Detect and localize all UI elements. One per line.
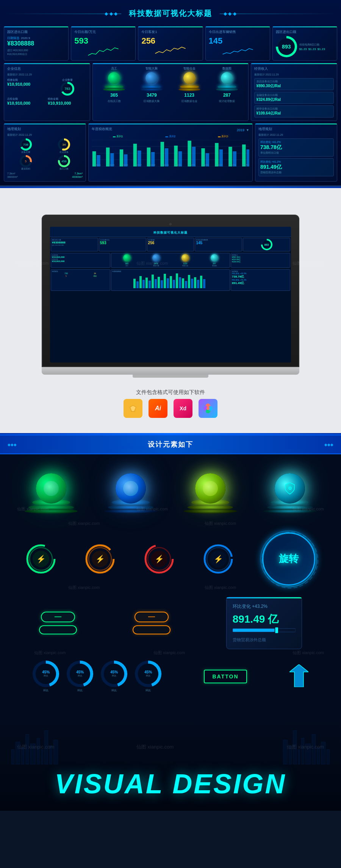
svg-text:2016/7: 2016/7 xyxy=(135,164,141,166)
svg-rect-48 xyxy=(176,273,178,288)
svg-rect-51 xyxy=(194,277,196,288)
today-customs-card: 今日客发1 256 xyxy=(138,26,203,61)
svg-rect-58 xyxy=(167,278,169,288)
visual-design-text: VISUAL DESIGN xyxy=(11,768,330,799)
svg-rect-52 xyxy=(200,276,202,288)
platform-card: 员工 365 在线员工数 智能大脑 xyxy=(92,63,248,121)
svg-point-72 xyxy=(206,407,210,410)
big-platform-green xyxy=(25,473,78,513)
svg-rect-44 xyxy=(152,275,154,288)
svg-rect-45 xyxy=(158,277,160,288)
svg-rect-61 xyxy=(185,281,187,288)
batton-button[interactable]: BATTON xyxy=(204,670,247,683)
sketch-icon xyxy=(124,399,142,418)
svg-text:2016/9: 2016/9 xyxy=(149,164,155,166)
svg-rect-42 xyxy=(139,276,142,288)
software-label: 文件包含格式可使用如下软件 xyxy=(136,389,205,396)
svg-rect-49 xyxy=(182,278,184,288)
ring-blue: ⚡ xyxy=(203,544,233,574)
svg-rect-14 xyxy=(215,143,218,166)
svg-rect-41 xyxy=(133,279,136,288)
svg-rect-16 xyxy=(242,144,246,166)
laptop-stand xyxy=(133,375,208,378)
visual-section: 仙图 xianpic.com 仙图 xianpic.com 仙图 xianpic… xyxy=(0,715,341,811)
svg-rect-64 xyxy=(203,279,205,288)
laptop-screen: 科技数据可视化大标题 园区进出口额 ¥8308888 进口 ¥10,910,00… xyxy=(50,227,291,363)
svg-rect-60 xyxy=(179,277,181,288)
svg-text:⚡: ⚡ xyxy=(155,554,164,563)
laptop-body: 科技数据可视化大标题 园区进出口额 ¥8308888 进口 ¥10,910,00… xyxy=(42,215,299,367)
import-export-card-left: 园区进出口额 日期筛选 2020.9 ¥8308888 进口 ¥10,910,0… xyxy=(4,26,69,61)
enterprise-card: 企业信息 最新统计 2022.11.29 税缴金额 ¥10,910,000 企业… xyxy=(4,63,90,121)
big-platform-blue xyxy=(104,473,157,513)
svg-text:⚙: ⚙ xyxy=(288,486,292,491)
svg-rect-94 xyxy=(275,627,278,633)
laptop-section: 仙图 xianpic.com 仙图 xianpic.com 仙图 xianpic… xyxy=(0,188,341,433)
svg-text:2016/11: 2016/11 xyxy=(161,164,169,166)
rotate-badge: 旋转 xyxy=(262,532,315,585)
svg-rect-92 xyxy=(233,628,275,632)
big-platform-teal: ⚙ xyxy=(263,473,316,513)
svg-text:2016/3: 2016/3 xyxy=(108,164,114,166)
svg-text:2017/11: 2017/11 xyxy=(242,164,249,166)
svg-rect-43 xyxy=(145,278,148,288)
software-row: 文件包含格式可使用如下软件 Ai Xd xyxy=(124,389,217,418)
svg-text:⚡: ⚡ xyxy=(36,554,46,563)
laptop-base xyxy=(42,367,299,375)
svg-text:2017/1: 2017/1 xyxy=(175,164,181,166)
svg-rect-10 xyxy=(161,142,164,166)
svg-rect-57 xyxy=(161,280,163,288)
svg-rect-55 xyxy=(149,281,151,288)
platform-item-2: 智能大脑 3479 区域数据大脑 xyxy=(134,66,170,103)
ring-green: ⚡ xyxy=(26,544,56,574)
svg-rect-63 xyxy=(197,280,199,288)
design-header: 设计元素如下 xyxy=(0,435,341,454)
oval-group-orange: ━━━ xyxy=(133,612,170,634)
svg-marker-95 xyxy=(289,664,308,687)
svg-rect-46 xyxy=(164,274,166,288)
svg-text:2017/9: 2017/9 xyxy=(229,164,236,166)
platform-item-4: 数据图 287 统计处理数据 xyxy=(209,66,245,103)
economic-income-card: 经营收入 最新统计 2022.11.29 农品业务出口出额 ¥890.30亿/R… xyxy=(251,63,337,121)
illustrator-icon: Ai xyxy=(149,399,167,418)
geo-card-right: 地理规划 最新统计 2022.11.29 环比变化 +41.2% 738.78亿… xyxy=(255,123,337,182)
svg-text:2016/1: 2016/1 xyxy=(94,164,101,166)
svg-text:2017/7: 2017/7 xyxy=(216,164,222,166)
svg-point-91 xyxy=(263,534,316,587)
dashboard-section: 仙图 xianpic.com 仙图 xianpic.com 仙图 xianpic… xyxy=(0,0,341,187)
dashboard-title: 科技数据可视化大标题 xyxy=(121,7,220,20)
big-platform-yellow xyxy=(184,473,237,513)
dashboard-title-bar: ◆ ◆ ◆ 科技数据可视化大标题 ◆ ◆ ◆ xyxy=(4,4,337,23)
ring-orange: ⚡ xyxy=(85,544,115,574)
svg-rect-54 xyxy=(142,280,145,288)
svg-rect-47 xyxy=(170,276,172,288)
platform-item-1: 员工 365 在线员工数 xyxy=(96,66,132,103)
svg-text:⚡: ⚡ xyxy=(95,554,105,563)
platform-item-3: 智能仓金 1123 区域数据仓金 xyxy=(171,66,207,103)
svg-rect-11 xyxy=(174,146,177,166)
yuan-value: ¥8308888 xyxy=(7,40,65,47)
svg-rect-53 xyxy=(136,281,139,288)
laptop-mockup: 科技数据可视化大标题 园区进出口额 ¥8308888 进口 ¥10,910,00… xyxy=(42,215,299,378)
stats-card: 环比变化 +43.2% 891.49 亿 货物贸易涉外总额 xyxy=(226,597,302,649)
design-section-title: 设计元素如下 xyxy=(148,441,193,448)
progress-circles: 45% 环比 环比 45% 环比 环比 xyxy=(33,661,161,692)
svg-rect-59 xyxy=(173,280,175,288)
svg-rect-12 xyxy=(188,141,191,166)
svg-text:2016/5: 2016/5 xyxy=(121,164,128,166)
design-section: 设计元素如下 仙图 xianpic.com 仙图 xianpic.com 仙图 … xyxy=(0,435,341,811)
svg-rect-56 xyxy=(155,279,157,288)
software-icons: Ai Xd xyxy=(124,399,217,418)
figma-icon xyxy=(199,399,217,418)
geo-card-left: 地理规划 最新统计 2022.11.29 738 设备总量 34 在运设备 xyxy=(4,123,86,182)
oval-group-green: ━━━ xyxy=(39,612,77,634)
today-import-card: 今日出额/万元 593 xyxy=(71,26,136,61)
svg-text:⚡: ⚡ xyxy=(214,554,223,563)
zone-gauge-card: 园区进出口额 893 传统电商B店口额 $1.23 $1.23 $1.23 xyxy=(272,26,337,61)
svg-rect-50 xyxy=(188,275,190,288)
svg-text:2017/3: 2017/3 xyxy=(188,164,195,166)
arrow-chevron xyxy=(289,664,308,689)
svg-text:2017/5: 2017/5 xyxy=(202,164,208,166)
ring-red: ⚡ xyxy=(144,544,174,574)
today-car-card: 今日出进车辆销售 145 xyxy=(205,26,270,61)
